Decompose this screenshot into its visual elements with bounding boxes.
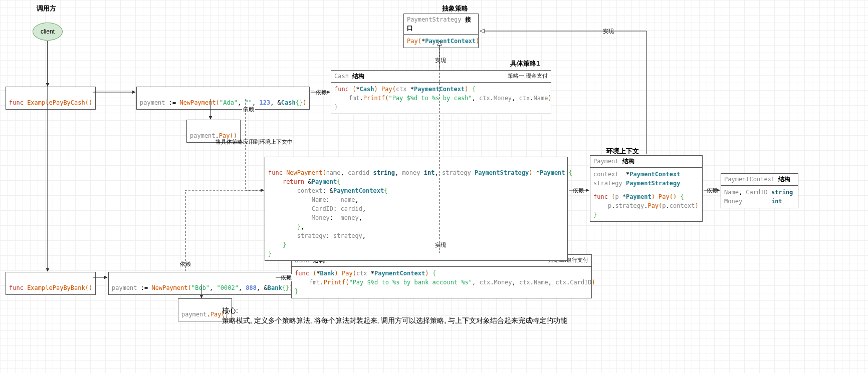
core-text: 策略模式, 定义多个策略算法, 将每个算法封装起来, 调用方可以选择策略, 与上… <box>222 315 567 326</box>
paymentcontext-struct-box: PaymentContext 结构 Name, CardID string Mo… <box>721 173 798 208</box>
example-cash-node: func ExamplePayByCash() <box>6 87 96 110</box>
edge-impl-2: 实现 <box>434 241 447 249</box>
newpayment-func-box: func NewPayment(name, cardid string, mon… <box>265 157 568 261</box>
edge-depend-3: 依赖 <box>179 260 192 268</box>
edge-impl-3: 实现 <box>602 28 615 35</box>
core-title: 核心: <box>222 305 238 316</box>
label-env: 环境上下文 <box>606 147 639 156</box>
client-node: client <box>33 23 63 41</box>
label-caller: 调用方 <box>37 4 56 13</box>
payment-bank-call: payment := NewPayment("Bob", "0002", 888… <box>108 272 296 295</box>
edge-depend-2: 依赖 <box>242 106 255 113</box>
edge-depend-6: 依赖 <box>706 187 719 194</box>
payment-struct-box: Payment 结构 context *PaymentContext strat… <box>590 155 703 222</box>
cash-struct-box: Cash 结构策略一:现金支付 func (*Cash) Pay(ctx *Pa… <box>331 70 551 114</box>
edge-impl-1: 实现 <box>434 57 447 64</box>
payment-cash-call: payment := NewPayment("Ada", "", 123, &C… <box>136 87 310 110</box>
edge-depend-1: 依赖 <box>315 89 328 96</box>
bank-struct-box: Bank 结构策略二:银行支付 func (*Bank) Pay(ctx *Pa… <box>291 254 592 298</box>
strategy-interface-box: PaymentStrategy 接口 Pay(*PaymentContext) <box>403 14 479 48</box>
label-strategy1: 具体策略1 <box>510 59 540 68</box>
edge-depend-5: 依赖 <box>572 187 585 194</box>
apply-strategy-text: 将具体策略应用到环境上下文中 <box>215 138 293 146</box>
example-bank-node: func ExamplePayByBank() <box>6 272 96 295</box>
edge-depend-4: 依赖 <box>280 274 293 281</box>
label-abstract: 抽象策略 <box>442 4 468 13</box>
